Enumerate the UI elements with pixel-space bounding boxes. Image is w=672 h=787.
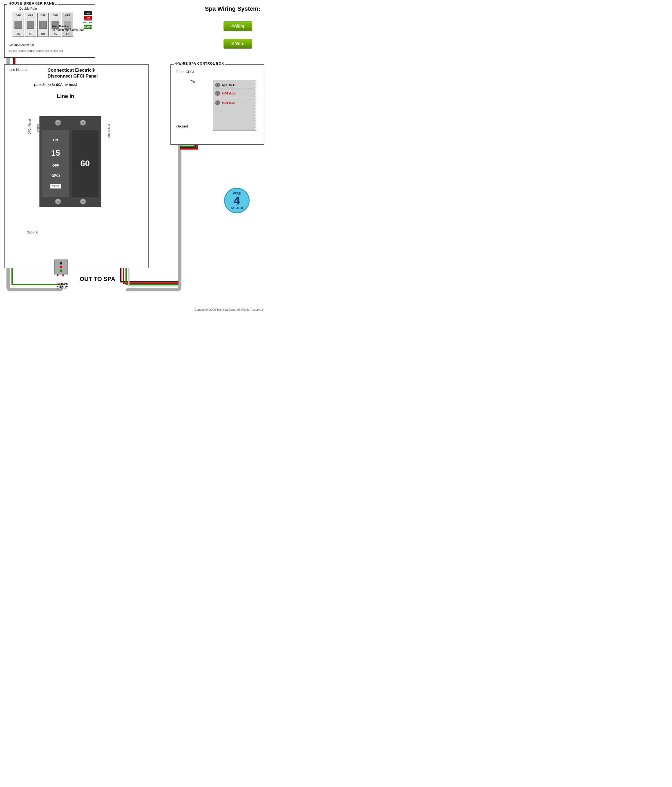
terminal-board: ⊕ NEUTRAL ⊕ HOT (L1) ⊕ HOT (L2) — [213, 80, 258, 131]
breaker-bottom-screws: ⊗ ⊗ — [40, 199, 101, 204]
gfci-title-line2: Disconnect GFCI Panel — [47, 74, 98, 79]
panel-title: HOUSE BREAKER PANEL — [7, 2, 58, 5]
hot2-box: HOT — [84, 16, 92, 20]
branch-label: Branch — [36, 124, 40, 133]
neutral-box: NEUTRAL — [84, 21, 92, 24]
terminal-neutral-label: NEUTRAL — [222, 84, 236, 87]
main-container: HOUSE BREAKER PANEL Double Pole OFF ON O… — [0, 0, 268, 314]
copyright: Copyright©2008 The Spa Depot All Rights … — [194, 308, 263, 311]
breaker-1: OFF ON — [13, 13, 24, 37]
house-breaker-panel: HOUSE BREAKER PANEL Double Pole OFF ON O… — [4, 4, 95, 58]
wire-legend: HOT HOT NEUTRAL GROUND — [84, 11, 92, 29]
branch-circuit-label: BRANCH CIRCUIT — [54, 283, 70, 289]
terminal-hot-l2-row: ⊕ HOT (L2) — [213, 98, 258, 107]
gfci-panel: Line Neutral Connecticut Electric® Disco… — [4, 65, 149, 268]
terminal-hot-l1-label: HOT (L1) — [222, 92, 234, 95]
breaker-60-num: 60 — [80, 159, 90, 169]
wire-badge: WIRE 4 SYSTEM — [224, 188, 250, 213]
gfci-pigtail-label: GFCI Pigtail — [28, 119, 31, 134]
screw-top-right: ⊗ — [80, 120, 86, 126]
feed-breaker-sublabel: (to match spa's amp load) — [52, 28, 85, 32]
breaker-3: OFF ON — [37, 13, 49, 37]
breaker-on-label: ON — [16, 33, 20, 35]
breaker-top-screws: ⊗ ⊗ — [40, 117, 101, 128]
gfci-title-line1: Connecticut Electric® — [47, 68, 95, 73]
terminal-hot-l2-label: HOT (L2) — [222, 101, 234, 104]
spare-slot-label: Spare Slot — [107, 124, 110, 137]
breaker-2: OFF ON — [25, 13, 36, 37]
spa-control-box: 4-WIRE SPA CONTROL BOX From GFCI ⊕ NEUTR… — [171, 65, 264, 145]
breaker-left-15a: ON 15 OFF GFCI TEST — [42, 130, 69, 197]
gfci-label: GFCI — [51, 174, 60, 178]
terminal-neutral-row: ⊕ NEUTRAL — [213, 80, 258, 89]
breaker-15-num: 15 — [51, 149, 60, 158]
from-gfci-label: From GFCI — [176, 70, 194, 74]
wire-4-button[interactable]: 4-Wire — [223, 22, 252, 31]
double-pole-label: Double Pole — [19, 7, 37, 11]
out-to-spa-label: OUT TO SPA — [80, 276, 115, 283]
loads-label: (Loads up to 60A, or less) — [34, 82, 77, 87]
legend-hot2: HOT — [84, 16, 92, 20]
off-label: OFF — [52, 164, 59, 168]
breaker-off-label: OFF — [16, 14, 21, 17]
wire-badge-bottom: SYSTEM — [231, 206, 243, 210]
legend-neutral: NEUTRAL — [84, 21, 92, 24]
wire-badge-number: 4 — [234, 195, 240, 206]
svg-marker-10 — [193, 80, 195, 83]
legend-hot1: HOT — [84, 11, 92, 15]
breaker-right-60a: 60 — [72, 130, 98, 197]
breaker-switch — [14, 21, 22, 29]
hot1-box: HOT — [84, 11, 92, 15]
wire-3-button[interactable]: 3-Wire — [223, 39, 252, 49]
screw-top-left: ⊗ — [55, 120, 61, 126]
feed-breaker-label: Feed Breaker — [52, 25, 70, 28]
terminal-hot-l1-row: ⊕ HOT (L1) — [213, 89, 258, 98]
line-in-label: Line In — [57, 93, 74, 99]
branch-circuit-connector — [54, 259, 68, 275]
line-neutral-label: Line Neutral — [9, 68, 27, 72]
on-label: ON — [53, 138, 58, 142]
spa-control-title: 4-WIRE SPA CONTROL BOX — [174, 62, 225, 65]
test-button[interactable]: TEST — [50, 184, 61, 189]
ground-neutral-bar-label: Ground/Neutral Bar — [9, 43, 34, 46]
breaker-unit: ⊗ ⊗ ON 15 OFF GFCI TEST 60 ⊗ ⊗ — [40, 116, 101, 207]
spa-ground-label: Ground — [176, 124, 188, 128]
ground-label-gfci: Ground — [27, 230, 38, 234]
bar-terminals — [9, 50, 63, 52]
spa-wiring-title: Spa Wiring System: — [205, 5, 260, 12]
